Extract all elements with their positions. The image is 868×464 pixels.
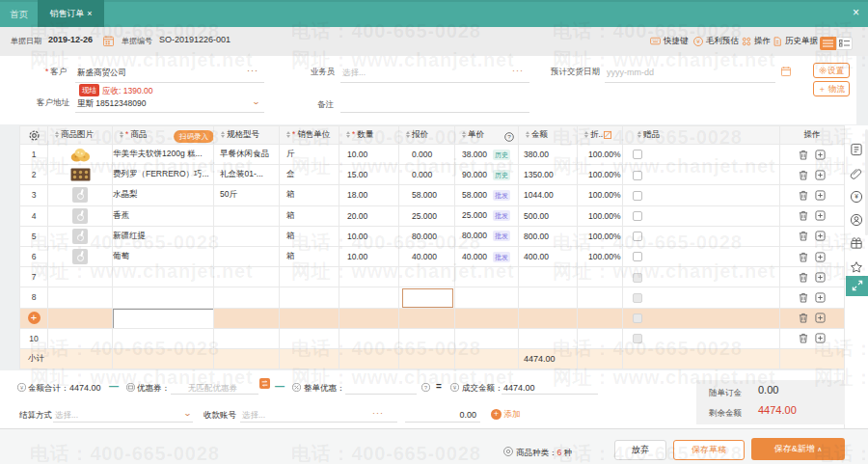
svg-text:¥: ¥ xyxy=(854,193,858,200)
svg-text:¥: ¥ xyxy=(696,38,700,44)
svg-text:¥: ¥ xyxy=(20,385,24,391)
svg-text:¥: ¥ xyxy=(453,385,457,391)
svg-text:?: ? xyxy=(424,385,428,391)
svg-text:?: ? xyxy=(507,133,511,140)
